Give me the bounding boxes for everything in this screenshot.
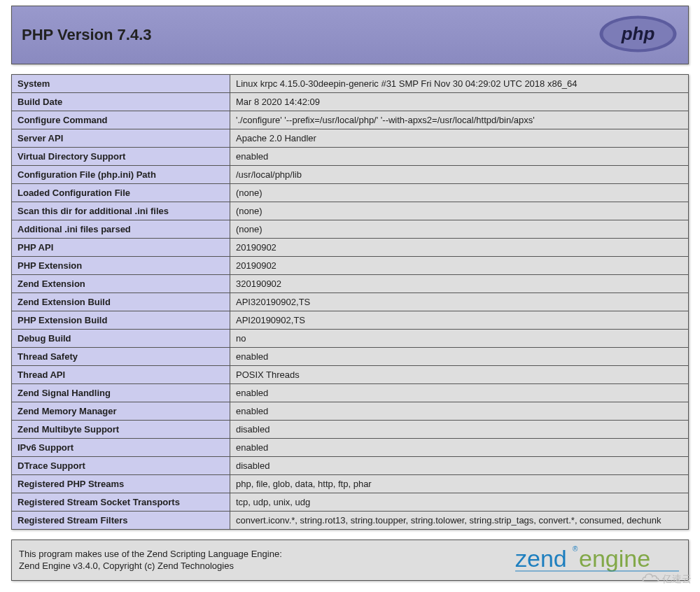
info-key: PHP API — [12, 239, 230, 257]
info-key: Zend Multibyte Support — [12, 421, 230, 439]
table-row: Registered PHP Streamsphp, file, glob, d… — [12, 475, 689, 493]
info-key: Configure Command — [12, 111, 230, 129]
table-row: Virtual Directory Supportenabled — [12, 148, 689, 166]
watermark-text: 亿速云 — [662, 573, 692, 586]
info-key: Configuration File (php.ini) Path — [12, 166, 230, 184]
info-value: enabled — [230, 148, 689, 166]
info-key: Zend Extension Build — [12, 293, 230, 311]
info-value: enabled — [230, 439, 689, 457]
info-key: Registered Stream Socket Transports — [12, 493, 230, 512]
info-key: Registered PHP Streams — [12, 475, 230, 493]
table-row: Configuration File (php.ini) Path/usr/lo… — [12, 166, 689, 184]
info-value: enabled — [230, 384, 689, 402]
info-key: Zend Memory Manager — [12, 402, 230, 421]
info-key: Virtual Directory Support — [12, 148, 230, 166]
svg-text:zend: zend — [515, 545, 567, 572]
info-value: API20190902,TS — [230, 311, 689, 330]
table-row: IPv6 Supportenabled — [12, 439, 689, 457]
table-row: Debug Buildno — [12, 330, 689, 348]
info-value: enabled — [230, 348, 689, 366]
php-logo-icon: php — [598, 15, 678, 55]
info-key: Server API — [12, 129, 230, 148]
table-row: PHP Extension BuildAPI20190902,TS — [12, 311, 689, 330]
info-value: Apache 2.0 Handler — [230, 129, 689, 148]
info-value: (none) — [230, 184, 689, 202]
info-value: /usr/local/php/lib — [230, 166, 689, 184]
info-key: IPv6 Support — [12, 439, 230, 457]
zend-line2: Zend Engine v3.4.0, Copyright (c) Zend T… — [19, 561, 234, 571]
info-value: 20190902 — [230, 257, 689, 275]
table-row: Configure Command'./configure' '--prefix… — [12, 111, 689, 129]
info-key: DTrace Support — [12, 457, 230, 475]
info-key: Thread Safety — [12, 348, 230, 366]
info-key: Scan this dir for additional .ini files — [12, 202, 230, 220]
table-row: DTrace Supportdisabled — [12, 457, 689, 475]
info-key: Loaded Configuration File — [12, 184, 230, 202]
phpinfo-header: PHP Version 7.4.3 php — [11, 6, 689, 64]
table-row: Build DateMar 8 2020 14:42:09 — [12, 93, 689, 111]
info-key: Build Date — [12, 93, 230, 111]
info-key: Registered Stream Filters — [12, 512, 230, 530]
table-row: Zend Multibyte Supportdisabled — [12, 421, 689, 439]
info-value: (none) — [230, 220, 689, 239]
info-value: POSIX Threads — [230, 366, 689, 384]
info-value: './configure' '--prefix=/usr/local/php/'… — [230, 111, 689, 129]
table-row: Zend Extension320190902 — [12, 275, 689, 293]
info-key: Zend Extension — [12, 275, 230, 293]
info-value: 320190902 — [230, 275, 689, 293]
info-value: (none) — [230, 202, 689, 220]
table-row: Loaded Configuration File(none) — [12, 184, 689, 202]
table-row: SystemLinux krpc 4.15.0-30deepin-generic… — [12, 75, 689, 93]
zend-text: This program makes use of the Zend Scrip… — [19, 549, 282, 572]
table-row: Scan this dir for additional .ini files(… — [12, 202, 689, 220]
table-row: Registered Stream Filtersconvert.iconv.*… — [12, 512, 689, 530]
watermark: 亿速云 — [641, 572, 692, 586]
table-row: PHP Extension20190902 — [12, 257, 689, 275]
table-row: Thread APIPOSIX Threads — [12, 366, 689, 384]
info-value: Linux krpc 4.15.0-30deepin-generic #31 S… — [230, 75, 689, 93]
info-value: php, file, glob, data, http, ftp, phar — [230, 475, 689, 493]
info-key: Thread API — [12, 366, 230, 384]
table-row: Registered Stream Socket Transportstcp, … — [12, 493, 689, 512]
cloud-icon — [641, 572, 659, 586]
svg-text:engine: engine — [579, 545, 650, 572]
phpinfo-table: SystemLinux krpc 4.15.0-30deepin-generic… — [11, 74, 689, 530]
info-value: API320190902,TS — [230, 293, 689, 311]
info-value: Mar 8 2020 14:42:09 — [230, 93, 689, 111]
zend-line1: This program makes use of the Zend Scrip… — [19, 549, 282, 559]
info-value: 20190902 — [230, 239, 689, 257]
table-row: Additional .ini files parsed(none) — [12, 220, 689, 239]
info-key: PHP Extension — [12, 257, 230, 275]
table-row: Server APIApache 2.0 Handler — [12, 129, 689, 148]
info-value: enabled — [230, 402, 689, 421]
svg-text:php: php — [621, 23, 655, 44]
info-key: PHP Extension Build — [12, 311, 230, 330]
table-row: PHP API20190902 — [12, 239, 689, 257]
zend-engine-box: This program makes use of the Zend Scrip… — [11, 540, 689, 581]
info-value: convert.iconv.*, string.rot13, string.to… — [230, 512, 689, 530]
info-value: no — [230, 330, 689, 348]
info-key: System — [12, 75, 230, 93]
info-value: tcp, udp, unix, udg — [230, 493, 689, 512]
table-row: Zend Signal Handlingenabled — [12, 384, 689, 402]
info-value: disabled — [230, 421, 689, 439]
table-row: Zend Memory Managerenabled — [12, 402, 689, 421]
page-title: PHP Version 7.4.3 — [22, 26, 151, 44]
table-row: Thread Safetyenabled — [12, 348, 689, 366]
info-key: Additional .ini files parsed — [12, 220, 230, 239]
info-key: Zend Signal Handling — [12, 384, 230, 402]
svg-text:®: ® — [573, 545, 578, 553]
info-value: disabled — [230, 457, 689, 475]
table-row: Zend Extension BuildAPI320190902,TS — [12, 293, 689, 311]
info-key: Debug Build — [12, 330, 230, 348]
